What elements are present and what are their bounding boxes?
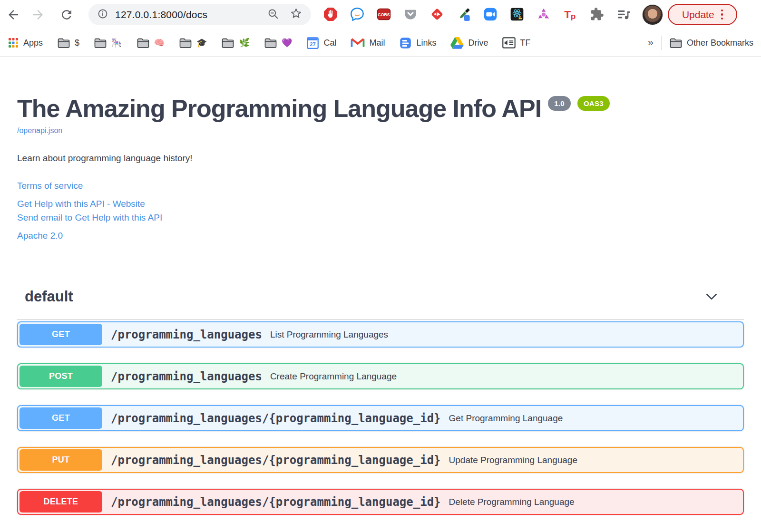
bookmark-Mail[interactable]: Mail (351, 37, 385, 48)
api-link[interactable]: Send email to Get Help with this API (17, 211, 744, 224)
browser-toolbar: 127.0.0.1:8000/docs CORSTp Update (0, 0, 761, 29)
endpoint-path: /programming_languages/{programming_lang… (111, 412, 441, 425)
bookmark-label: Links (416, 38, 436, 48)
bookmark-Drive[interactable]: Drive (450, 37, 488, 49)
recycle-icon[interactable] (536, 6, 552, 22)
bookmark-label: $ (75, 38, 79, 48)
bookmark-label: 🧠 (154, 38, 165, 48)
api-link[interactable]: Get Help with this API - Website (17, 197, 744, 211)
svg-text:CORS: CORS (378, 12, 390, 17)
swagger-page: The Amazing Programming Language Info AP… (0, 57, 761, 531)
endpoint-row-get[interactable]: GET/programming_languages/{programming_l… (17, 405, 744, 431)
adblock-icon[interactable] (322, 6, 339, 22)
folder-icon (137, 38, 150, 48)
browser-chrome: 127.0.0.1:8000/docs CORSTp Update Apps$🎠… (0, 0, 761, 57)
api-link[interactable]: Apache 2.0 (17, 229, 744, 242)
endpoint-row-post[interactable]: POST/programming_languagesCreate Program… (17, 363, 744, 389)
version-badge: 1.0 (548, 96, 571, 111)
folder-icon (57, 38, 70, 48)
method-badge: GET (20, 324, 102, 345)
bookmark-🌿[interactable]: 🌿 (221, 38, 249, 48)
folder-icon (221, 38, 234, 48)
method-badge: PUT (20, 449, 102, 471)
profile-avatar[interactable] (642, 4, 663, 25)
pocket-icon[interactable] (402, 6, 419, 22)
forward-icon[interactable] (30, 7, 46, 22)
bookmark-label: Drive (468, 38, 488, 48)
reload-icon[interactable] (59, 7, 74, 22)
section-header-default[interactable]: default (17, 288, 744, 320)
bookmark-🧠[interactable]: 🧠 (137, 38, 165, 48)
endpoint-summary: List Programming Languages (270, 329, 388, 340)
apps-grid-icon (8, 37, 19, 48)
svg-text:27: 27 (310, 41, 316, 47)
zoom-camera-icon[interactable] (482, 6, 498, 22)
cors-icon[interactable]: CORS (376, 6, 392, 22)
bookmark-💜[interactable]: 💜 (264, 38, 292, 48)
site-info-icon[interactable] (97, 8, 108, 21)
bookmark-label: 🌿 (239, 38, 249, 48)
endpoint-path: /programming_languages/{programming_lang… (111, 495, 441, 509)
drive-icon (450, 37, 464, 49)
chevron-down-icon[interactable] (706, 293, 736, 300)
bookmark-label: TF (520, 38, 530, 48)
url-text[interactable]: 127.0.0.1:8000/docs (115, 9, 267, 20)
bookmark-Links[interactable]: Links (399, 37, 436, 49)
back-icon[interactable] (6, 7, 21, 22)
method-badge: DELETE (20, 491, 102, 513)
playlist-icon[interactable] (615, 6, 632, 22)
gcal-icon: 27 (306, 37, 319, 49)
zoom-out-icon[interactable] (267, 8, 279, 22)
other-bookmarks-label: Other Bookmarks (687, 38, 753, 48)
bookmark-🎓[interactable]: 🎓 (179, 38, 207, 48)
folder-icon (94, 38, 107, 48)
bookmark-Apps[interactable]: Apps (8, 37, 43, 48)
method-badge: POST (20, 366, 102, 387)
update-label: Update (682, 9, 714, 20)
bookmarks-overflow-icon[interactable]: » (648, 37, 654, 49)
method-badge: GET (20, 407, 102, 429)
svg-text:T: T (564, 8, 571, 20)
bookmarks-bar: Apps$🎠🧠🎓🌿💜27CalMailLinksDriveTF » Other … (0, 29, 761, 56)
browser-menu-icon[interactable] (721, 10, 723, 20)
address-bar[interactable]: 127.0.0.1:8000/docs (88, 4, 311, 25)
page-title: The Amazing Programming Language Info AP… (17, 95, 541, 122)
endpoint-path: /programming_languages/{programming_lang… (111, 454, 441, 467)
bookmark-TF[interactable]: TF (502, 37, 530, 48)
endpoint-row-get[interactable]: GET/programming_languagesList Programmin… (17, 321, 744, 348)
folder-icon (264, 38, 277, 48)
color-picker-icon[interactable] (456, 6, 472, 22)
bookmarks-right: » Other Bookmarks (648, 36, 753, 50)
section-title: default (25, 288, 73, 305)
other-bookmarks-folder[interactable]: Other Bookmarks (669, 38, 753, 48)
bookmark-$[interactable]: $ (57, 38, 79, 48)
oas3-badge: OAS3 (577, 96, 610, 111)
endpoint-path: /programming_languages (111, 328, 262, 341)
folder-icon (179, 38, 192, 48)
gmail-icon (351, 37, 365, 48)
bookmark-label: Cal (323, 38, 336, 48)
api-description: Learn about programming language history… (17, 153, 744, 164)
bookmark-star-icon[interactable] (290, 7, 302, 22)
endpoint-summary: Update Programming Language (449, 455, 577, 465)
endpoint-row-put[interactable]: PUT/programming_languages/{programming_l… (17, 447, 744, 473)
endpoint-path: /programming_languages (111, 370, 262, 383)
links-icon (399, 37, 412, 49)
textexpander-icon[interactable]: Tp (562, 6, 578, 22)
api-link[interactable]: Terms of service (17, 179, 744, 193)
bookmark-🎠[interactable]: 🎠 (94, 38, 122, 48)
extensions-row: CORSTp (322, 6, 632, 22)
chat-bubble-icon[interactable] (349, 6, 365, 22)
update-button[interactable]: Update (668, 4, 737, 25)
bookmark-Cal[interactable]: 27Cal (306, 37, 336, 49)
bookmark-label: 💜 (282, 38, 292, 48)
svg-text:p: p (571, 11, 576, 21)
openapi-json-link[interactable]: /openapi.json (17, 126, 62, 135)
puzzle-icon[interactable] (589, 6, 605, 22)
bookmark-label: Apps (23, 38, 43, 48)
share-diamond-icon[interactable] (429, 6, 445, 22)
endpoint-row-delete[interactable]: DELETE/programming_languages/{programmin… (17, 489, 744, 515)
tf-icon (502, 37, 516, 48)
react-devtools-icon[interactable] (509, 6, 525, 22)
bookmarks-divider (661, 36, 662, 50)
